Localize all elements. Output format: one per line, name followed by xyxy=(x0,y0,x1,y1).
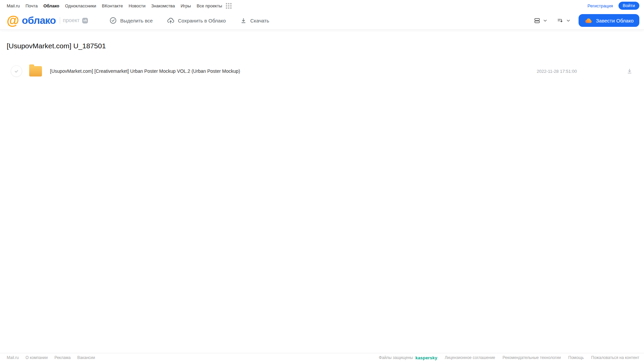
view-controls xyxy=(534,17,571,24)
registration-link[interactable]: Регистрация xyxy=(588,3,613,8)
topnav-link-odnoklassniki[interactable]: Одноклассники xyxy=(65,3,96,8)
footer-left-links: Mail.ru О компании Реклама Вакансии xyxy=(7,355,95,360)
topnav-link-mailru[interactable]: Mail.ru xyxy=(7,3,20,8)
row-download-icon[interactable] xyxy=(626,68,633,74)
cloud-upload-icon xyxy=(167,17,175,24)
footer-link-mailru[interactable]: Mail.ru xyxy=(7,355,19,360)
sort-descending-icon xyxy=(557,17,564,24)
kaspersky-protection: Файлы защищены kaspersky xyxy=(379,355,437,360)
protected-label: Файлы защищены xyxy=(379,355,413,360)
topnav-link-pochta[interactable]: Почта xyxy=(26,3,38,8)
check-circle-icon xyxy=(109,17,117,24)
footer-link-jobs[interactable]: Вакансии xyxy=(77,355,95,360)
header-bar: @ облако проект vk Выделить все Сох xyxy=(0,11,644,30)
page-title: [UsupovMarket.com] U_187501 xyxy=(7,42,637,50)
download-icon xyxy=(240,17,247,24)
topnav-link-oblako[interactable]: Облако xyxy=(43,3,59,8)
logo-text: облако xyxy=(22,15,56,26)
row-checkbox[interactable] xyxy=(11,65,22,77)
file-toolbar: Выделить все Сохранить в Облако Скачать xyxy=(109,17,269,24)
chevron-down-icon xyxy=(566,18,571,23)
footer-link-report-content[interactable]: Пожаловаться на контент xyxy=(591,355,639,360)
get-cloud-label: Завести Облако xyxy=(596,18,634,23)
cloud-logo[interactable]: @ облако проект vk xyxy=(7,14,88,27)
topnav-link-igry[interactable]: Игры xyxy=(181,3,191,8)
get-cloud-button[interactable]: Завести Облако xyxy=(579,14,639,27)
rows-view-icon xyxy=(534,17,541,24)
download-label: Скачать xyxy=(250,18,269,23)
top-nav-auth: Регистрация Войти xyxy=(588,2,639,10)
cloud-solid-icon xyxy=(584,16,593,25)
logo-project-suffix: проект vk xyxy=(60,17,88,24)
file-name[interactable]: [UsupovMarket.com] [Creativemarket] Urba… xyxy=(50,68,240,74)
footer-link-license[interactable]: Лицензионное соглашение xyxy=(445,355,495,360)
file-date: 2022-11-28 17:51:00 xyxy=(537,69,577,74)
top-nav-links: Mail.ru Почта Облако Одноклассники ВКонт… xyxy=(7,3,232,9)
footer-link-help[interactable]: Помощь xyxy=(568,355,584,360)
download-button[interactable]: Скачать xyxy=(240,17,269,24)
divider xyxy=(60,17,60,24)
folder-icon xyxy=(29,66,42,76)
footer-link-about[interactable]: О компании xyxy=(26,355,48,360)
footer-bar: Mail.ru О компании Реклама Вакансии Файл… xyxy=(0,353,644,362)
footer-right-links: Файлы защищены kaspersky Лицензионное со… xyxy=(379,355,639,360)
view-mode-dropdown[interactable] xyxy=(534,17,547,24)
select-all-label: Выделить все xyxy=(120,18,153,23)
topnav-link-novosti[interactable]: Новости xyxy=(129,3,145,8)
footer-link-recommendation-tech[interactable]: Рекомендательные технологии xyxy=(503,355,561,360)
project-label: проект xyxy=(63,17,80,23)
vk-badge-icon: vk xyxy=(82,18,88,23)
footer-link-ads[interactable]: Реклама xyxy=(54,355,70,360)
save-to-cloud-label: Сохранить в Облако xyxy=(178,18,226,23)
login-button[interactable]: Войти xyxy=(618,2,639,10)
file-row[interactable]: [UsupovMarket.com] [Creativemarket] Urba… xyxy=(0,63,644,79)
select-all-button[interactable]: Выделить все xyxy=(109,17,153,24)
grid-dots-icon[interactable] xyxy=(226,3,232,9)
kaspersky-logo[interactable]: kaspersky xyxy=(415,355,437,360)
mailru-at-icon: @ xyxy=(7,14,19,27)
sort-dropdown[interactable] xyxy=(557,17,571,24)
topnav-link-vkontakte[interactable]: ВКонтакте xyxy=(102,3,123,8)
topnav-link-znakomstva[interactable]: Знакомства xyxy=(151,3,175,8)
top-nav-bar: Mail.ru Почта Облако Одноклассники ВКонт… xyxy=(0,0,644,11)
chevron-down-icon xyxy=(543,18,547,23)
topnav-link-all-projects[interactable]: Все проекты xyxy=(197,3,222,8)
save-to-cloud-button[interactable]: Сохранить в Облако xyxy=(167,17,226,24)
